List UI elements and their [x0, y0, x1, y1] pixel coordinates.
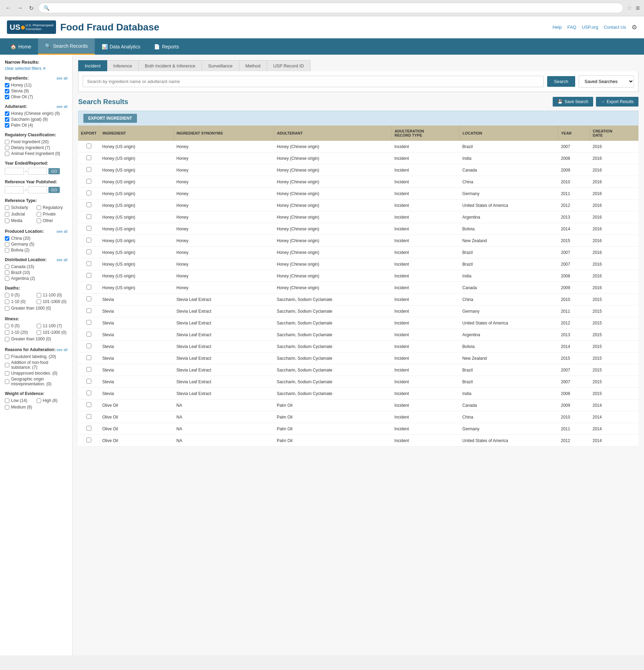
deaths-11-100-checkbox[interactable]	[37, 293, 41, 297]
row-export-checkbox[interactable]	[86, 261, 91, 266]
illness-gt-1000-checkbox[interactable]	[5, 337, 9, 341]
row-export-checkbox[interactable]	[86, 167, 91, 172]
refresh-button[interactable]: ↻	[28, 3, 35, 13]
ref-scholarly-checkbox[interactable]	[5, 205, 9, 210]
row-export-checkbox[interactable]	[86, 179, 91, 184]
ref-other-checkbox[interactable]	[37, 219, 41, 223]
settings-icon[interactable]: ⚙	[632, 24, 637, 31]
reg-animal-feed-checkbox[interactable]	[5, 152, 9, 156]
tab-method[interactable]: Method	[239, 60, 267, 71]
row-export-checkbox[interactable]	[86, 426, 91, 431]
contact-us-link[interactable]: Contact Us	[604, 25, 626, 30]
row-export-checkbox[interactable]	[86, 308, 91, 313]
nav-search-records[interactable]: 🔍 Search Records	[38, 38, 94, 55]
row-export-checkbox[interactable]	[86, 367, 91, 372]
save-search-button[interactable]: 💾 Save Search	[553, 97, 593, 107]
adulterant-honey-chinese-checkbox[interactable]	[5, 111, 9, 116]
export-results-button[interactable]: → Export Results	[596, 97, 638, 107]
year-ended-from[interactable]	[5, 168, 24, 175]
adulterant-saccharin-checkbox[interactable]	[5, 117, 9, 122]
address-bar[interactable]: 🔍	[38, 3, 623, 13]
reason-fraudulent-checkbox[interactable]	[5, 355, 9, 359]
row-export-checkbox[interactable]	[86, 144, 91, 148]
row-export-checkbox[interactable]	[86, 320, 91, 325]
row-export-checkbox[interactable]	[86, 238, 91, 242]
row-export-checkbox[interactable]	[86, 379, 91, 384]
ref-judicial-checkbox[interactable]	[5, 212, 9, 217]
row-export-checkbox[interactable]	[86, 214, 91, 219]
help-link[interactable]: Help	[552, 25, 562, 30]
bookmark-icon[interactable]: ☆	[627, 4, 632, 12]
reasons-see-all[interactable]: see all	[56, 348, 67, 352]
adulterant-see-all[interactable]: see all	[56, 104, 67, 109]
reg-food-ingredient-checkbox[interactable]	[5, 140, 9, 144]
weight-high-checkbox[interactable]	[37, 398, 41, 403]
distributed-canada-checkbox[interactable]	[5, 265, 9, 269]
ref-year-to[interactable]	[28, 186, 47, 193]
ref-year-go[interactable]: GO	[48, 187, 60, 193]
tab-surveillance[interactable]: Surveillance	[202, 60, 239, 71]
produced-bolivia-checkbox[interactable]	[5, 248, 9, 253]
forward-button[interactable]: →	[16, 3, 24, 12]
distributed-argentina-checkbox[interactable]	[5, 276, 9, 281]
reason-unapproved-checkbox[interactable]	[5, 371, 9, 376]
illness-11-100-checkbox[interactable]	[37, 324, 41, 328]
ingredient-stevia-checkbox[interactable]	[5, 89, 9, 93]
reg-dietary-ingredient-checkbox[interactable]	[5, 146, 9, 150]
row-export-checkbox[interactable]	[86, 355, 91, 360]
nav-reports[interactable]: 📄 Reports	[147, 39, 186, 54]
illness-101-1000-checkbox[interactable]	[37, 330, 41, 335]
illness-1-10-checkbox[interactable]	[5, 330, 9, 335]
browser-menu-icon[interactable]: ≡	[636, 4, 640, 12]
produced-location-see-all[interactable]: see all	[56, 229, 67, 233]
row-export-checkbox[interactable]	[86, 285, 91, 290]
row-export-checkbox[interactable]	[86, 249, 91, 254]
reason-geographic-checkbox[interactable]	[5, 379, 9, 384]
row-export-checkbox[interactable]	[86, 402, 91, 407]
year-ended-to[interactable]	[28, 168, 47, 175]
row-export-checkbox[interactable]	[86, 273, 91, 278]
search-button[interactable]: Search	[547, 76, 575, 87]
ingredients-see-all[interactable]: see all	[56, 76, 67, 80]
row-export-checkbox[interactable]	[86, 391, 91, 395]
produced-china-checkbox[interactable]	[5, 236, 9, 241]
produced-germany-checkbox[interactable]	[5, 242, 9, 247]
deaths-1-10-checkbox[interactable]	[5, 300, 9, 304]
ref-regulatory-checkbox[interactable]	[37, 205, 41, 210]
row-export-checkbox[interactable]	[86, 414, 91, 419]
row-export-checkbox[interactable]	[86, 438, 91, 442]
year-ended-go[interactable]: GO	[48, 168, 60, 174]
ingredient-olive-oil-checkbox[interactable]	[5, 95, 9, 99]
tab-inference[interactable]: Inference	[107, 60, 139, 71]
row-export-checkbox[interactable]	[86, 191, 91, 195]
distributed-brazil-checkbox[interactable]	[5, 270, 9, 275]
ref-private-checkbox[interactable]	[37, 212, 41, 217]
row-export-checkbox[interactable]	[86, 343, 91, 348]
ref-media-checkbox[interactable]	[5, 219, 9, 223]
weight-medium-checkbox[interactable]	[5, 405, 9, 410]
weight-low-checkbox[interactable]	[5, 398, 9, 403]
row-export-checkbox[interactable]	[86, 155, 91, 160]
back-button[interactable]: ←	[4, 3, 12, 12]
row-export-checkbox[interactable]	[86, 202, 91, 207]
row-export-checkbox[interactable]	[86, 226, 91, 231]
deaths-0-checkbox[interactable]	[5, 293, 9, 297]
export-ingredient-button[interactable]: EXPORT INGREDIENT	[83, 114, 137, 123]
distributed-location-see-all[interactable]: see all	[56, 258, 67, 262]
reason-addition-checkbox[interactable]	[5, 363, 9, 367]
search-input[interactable]	[83, 76, 544, 87]
usporg-link[interactable]: USP.org	[582, 25, 598, 30]
adulterant-palm-oil-checkbox[interactable]	[5, 123, 9, 128]
clear-filters-link[interactable]: clear selected filters ✕	[5, 66, 46, 71]
illness-0-checkbox[interactable]	[5, 324, 9, 328]
faq-link[interactable]: FAQ	[567, 25, 576, 30]
row-export-checkbox[interactable]	[86, 296, 91, 301]
deaths-101-1000-checkbox[interactable]	[37, 300, 41, 304]
nav-data-analytics[interactable]: 📊 Data Analytics	[95, 39, 147, 54]
nav-home[interactable]: 🏠 Home	[3, 39, 38, 54]
ingredient-honey-checkbox[interactable]	[5, 83, 9, 88]
tab-incident[interactable]: Incident	[78, 60, 107, 71]
row-export-checkbox[interactable]	[86, 332, 91, 337]
ref-year-from[interactable]	[5, 186, 24, 193]
deaths-gt-1000-checkbox[interactable]	[5, 306, 9, 311]
